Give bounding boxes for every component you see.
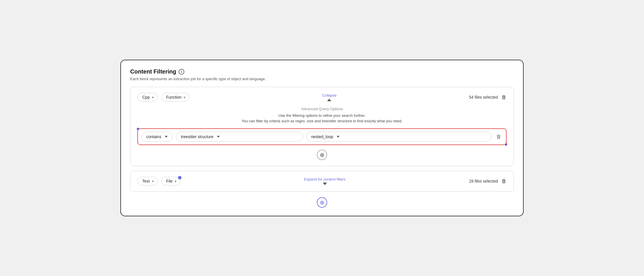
filter-field-dropdown[interactable]: treesitter structure: [176, 132, 303, 142]
block-1-delete-btn[interactable]: 🗑: [501, 94, 507, 100]
block-2-lang-label: Text: [142, 179, 150, 183]
advanced-section: Advanced Query Options Use the filtering…: [137, 107, 507, 160]
block-1-type-caret: ▾: [184, 96, 185, 99]
collapse-label: Collapse: [322, 93, 337, 97]
filter-value-dropdown[interactable]: nested_loop: [306, 132, 492, 142]
block-2-right: 28 files selected 🗑: [469, 178, 507, 184]
block-1-lang-dropdown[interactable]: Cpp ▾: [137, 93, 158, 102]
chevron-up-icon: [327, 99, 331, 101]
filter-field-label: treesitter structure: [181, 134, 213, 139]
block-2-top-row: Text ▾ File ▾ Expand for content filters…: [137, 177, 507, 185]
block-1-right: 54 files selected 🗑: [469, 94, 507, 100]
filter-value-label: nested_loop: [311, 134, 333, 139]
block-2-type-dropdown[interactable]: File ▾: [161, 177, 181, 185]
content-filtering-container: Content Filtering i Each block represent…: [120, 60, 524, 216]
block-2-expand-btn[interactable]: Expand for content filters: [304, 177, 346, 185]
chevron-down-icon: [323, 183, 327, 185]
block-1-type-dropdown[interactable]: Function ▾: [161, 93, 190, 102]
block-2-type-caret: ▾: [175, 180, 176, 183]
filter-field-caret: [217, 136, 220, 138]
block-2: Text ▾ File ▾ Expand for content filters…: [130, 171, 514, 191]
page-subtitle: Each block represents an extraction job …: [130, 77, 514, 81]
block-1-left: Cpp ▾ Function ▾: [137, 93, 190, 102]
filter-operator-label: contains: [146, 134, 161, 139]
block-2-left: Text ▾ File ▾: [137, 177, 181, 185]
add-block-btn[interactable]: ⊕: [317, 197, 327, 208]
filter-operator-caret: [165, 136, 168, 138]
block-2-type-label: File: [166, 179, 173, 183]
filter-value-caret: [337, 136, 340, 138]
page-title-text: Content Filtering: [130, 68, 176, 75]
add-block-icon: ⊕: [320, 199, 325, 206]
block-2-lang-caret: ▾: [152, 180, 154, 183]
block-1-lang-caret: ▾: [152, 96, 154, 99]
expand-label: Expand for content filters: [304, 177, 346, 181]
filter-row-inner: contains treesitter structure nested_loo…: [141, 132, 503, 142]
block-1-type-label: Function: [166, 95, 182, 99]
block-1-files-selected: 54 files selected: [469, 95, 498, 99]
add-filter-btn[interactable]: ⊕: [317, 150, 327, 160]
filter-row-container: contains treesitter structure nested_loo…: [137, 128, 507, 145]
add-filter-icon: ⊕: [320, 151, 325, 158]
page-title-row: Content Filtering i: [130, 68, 514, 75]
block-2-lang-dropdown[interactable]: Text ▾: [137, 177, 158, 185]
block-1-lang-label: Cpp: [142, 95, 150, 99]
dot-badge: [178, 176, 181, 179]
block-2-files-selected: 28 files selected: [469, 179, 498, 183]
info-icon[interactable]: i: [179, 69, 184, 75]
block-1-collapse-btn[interactable]: Collapse: [322, 93, 337, 101]
block-2-delete-btn[interactable]: 🗑: [501, 178, 507, 184]
filter-delete-btn[interactable]: 🗑: [495, 133, 503, 141]
block-1: Cpp ▾ Function ▾ Collapse 54 files selec…: [130, 87, 514, 166]
advanced-query-title: Advanced Query Options: [137, 107, 507, 111]
advanced-desc-1: Use the filtering options to refine your…: [137, 113, 507, 118]
advanced-desc-2: You can filter by criteria such as regex…: [137, 119, 507, 123]
block-1-top-row: Cpp ▾ Function ▾ Collapse 54 files selec…: [137, 93, 507, 102]
filter-operator-dropdown[interactable]: contains: [141, 132, 173, 142]
